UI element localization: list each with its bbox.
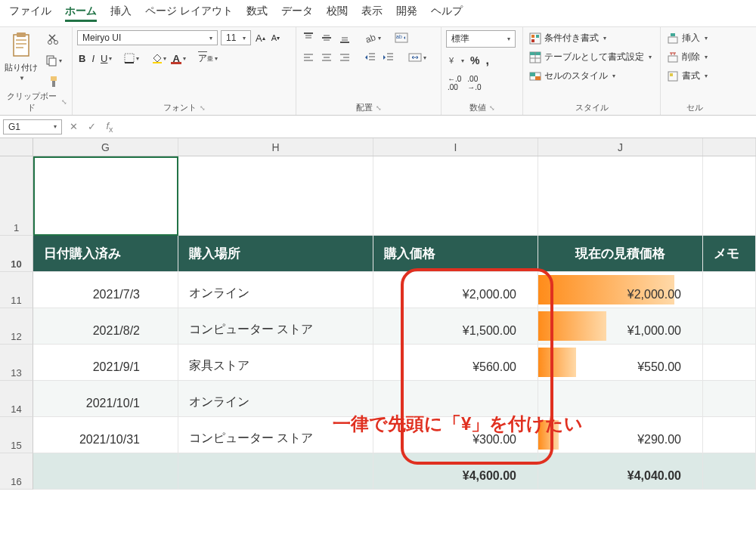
cell-h16[interactable] [178, 453, 373, 490]
cell-k15[interactable] [703, 417, 756, 453]
number-launcher[interactable]: ⤡ [489, 104, 495, 112]
align-top-button[interactable] [301, 30, 316, 45]
row-header-12[interactable]: 12 [0, 308, 33, 345]
cell-i16-total[interactable]: ¥4,600.00 [373, 453, 538, 490]
cell-j12[interactable]: ¥1,000.00 [538, 308, 703, 345]
row-header-1[interactable]: 1 [0, 156, 33, 236]
menu-home[interactable]: ホーム [65, 5, 97, 22]
decrease-decimal-button[interactable]: .00→.0 [466, 73, 482, 93]
fx-button[interactable]: fx [103, 120, 116, 134]
paste-button[interactable] [8, 30, 35, 60]
cell-j1[interactable] [538, 156, 703, 236]
insert-cells-button[interactable]: 挿入▾ [665, 30, 709, 46]
align-launcher[interactable]: ⤡ [376, 104, 382, 112]
menu-view[interactable]: 表示 [361, 5, 383, 22]
worksheet-grid[interactable]: G H I J 1 10 日付購入済み 購入場所 購入価格 現在の見積価格 メモ… [0, 138, 756, 544]
menu-review[interactable]: 校閲 [327, 5, 348, 22]
paste-dropdown[interactable]: ▼ [19, 75, 25, 82]
menu-pagelayout[interactable]: ページ レイアウト [145, 5, 233, 22]
cell-i13[interactable]: ¥560.00 [373, 345, 538, 381]
format-painter-button[interactable] [46, 74, 61, 89]
enter-formula-button[interactable]: ✓ [85, 121, 98, 132]
copy-button[interactable]: ▾ [44, 53, 64, 68]
border-button[interactable]: ▾ [122, 51, 141, 65]
accounting-format-button[interactable]: ¥▾ [446, 53, 466, 68]
row-header-11[interactable]: 11 [0, 272, 33, 308]
menu-help[interactable]: ヘルプ [431, 5, 463, 22]
cut-button[interactable] [46, 32, 61, 47]
cell-g11[interactable]: 2021/7/3 [33, 272, 178, 308]
phonetic-button[interactable]: ア亜▾ [197, 50, 219, 66]
cell-g1[interactable] [33, 156, 178, 236]
align-right-button[interactable] [337, 50, 352, 65]
table-format-button[interactable]: テーブルとして書式設定▾ [528, 49, 653, 65]
col-header-h[interactable]: H [178, 138, 373, 156]
cell-k1[interactable] [703, 156, 756, 236]
cell-i1[interactable] [373, 156, 538, 236]
align-left-button[interactable] [301, 50, 316, 65]
underline-button[interactable]: U▾ [99, 51, 113, 66]
row-header-16[interactable]: 16 [0, 453, 33, 490]
cell-k11[interactable] [703, 272, 756, 308]
clipboard-launcher[interactable]: ⤡ [61, 98, 67, 106]
header-place[interactable]: 購入場所 [178, 236, 373, 272]
cell-j16-total[interactable]: ¥4,040.00 [538, 453, 703, 490]
font-launcher[interactable]: ⤡ [200, 104, 206, 112]
cell-h13[interactable]: 家具ストア [178, 345, 373, 381]
decrease-indent-button[interactable] [363, 50, 378, 65]
formula-input[interactable] [121, 120, 753, 134]
menu-developer[interactable]: 開発 [396, 5, 417, 22]
header-date[interactable]: 日付購入済み [33, 236, 178, 272]
cell-g16[interactable] [33, 453, 178, 490]
percent-button[interactable]: % [469, 53, 481, 68]
cell-k13[interactable] [703, 345, 756, 381]
cell-k16[interactable] [703, 453, 756, 490]
col-header-j[interactable]: J [538, 138, 703, 156]
orientation-button[interactable]: ab▾ [363, 30, 383, 45]
cell-j13[interactable]: ¥550.00 [538, 345, 703, 381]
cell-g15[interactable]: 2021/10/31 [33, 417, 178, 453]
cell-h1[interactable] [178, 156, 373, 236]
cell-i12[interactable]: ¥1,500.00 [373, 308, 538, 345]
cell-h11[interactable]: オンライン [178, 272, 373, 308]
cell-h12[interactable]: コンピューター ストア [178, 308, 373, 345]
increase-indent-button[interactable] [381, 50, 396, 65]
row-header-10[interactable]: 10 [0, 236, 33, 272]
col-header-g[interactable]: G [33, 138, 178, 156]
header-price[interactable]: 購入価格 [373, 236, 538, 272]
fill-color-button[interactable]: ▾ [150, 51, 168, 65]
name-box[interactable]: G1▾ [3, 119, 62, 134]
menu-insert[interactable]: 挿入 [110, 5, 132, 22]
header-estimate[interactable]: 現在の見積価格 [538, 236, 703, 272]
increase-decimal-button[interactable]: ←.0.00 [446, 73, 463, 93]
cell-k14[interactable] [703, 381, 756, 417]
italic-button[interactable]: I [90, 51, 96, 66]
merge-button[interactable]: ▾ [407, 50, 428, 65]
conditional-format-button[interactable]: 条件付き書式▾ [528, 30, 608, 46]
font-color-button[interactable]: A▾ [171, 50, 187, 66]
menu-formulas[interactable]: 数式 [246, 5, 268, 22]
cell-g13[interactable]: 2021/9/1 [33, 345, 178, 381]
bold-button[interactable]: B [77, 51, 87, 66]
number-format-select[interactable]: 標準▾ [446, 30, 516, 48]
align-bottom-button[interactable] [337, 30, 352, 45]
cancel-formula-button[interactable]: ✕ [67, 121, 80, 132]
menu-file[interactable]: ファイル [9, 5, 51, 22]
cell-styles-button[interactable]: セルのスタイル▾ [528, 68, 617, 84]
col-header-i[interactable]: I [373, 138, 538, 156]
header-memo[interactable]: メモ [703, 236, 756, 272]
cell-j11[interactable]: ¥2,000.00 [538, 272, 703, 308]
decrease-font-button[interactable]: A▾ [270, 32, 281, 44]
font-name-select[interactable]: Meiryo UI▾ [77, 30, 218, 45]
align-center-button[interactable] [319, 50, 334, 65]
wrap-text-button[interactable]: ab [393, 30, 410, 45]
format-cells-button[interactable]: 書式▾ [665, 68, 709, 84]
col-header-k[interactable] [703, 138, 756, 156]
cell-g14[interactable]: 2021/10/1 [33, 381, 178, 417]
row-header-13[interactable]: 13 [0, 345, 33, 381]
increase-font-button[interactable]: A▴ [254, 31, 267, 45]
comma-button[interactable]: , [484, 52, 490, 69]
align-middle-button[interactable] [319, 30, 334, 45]
select-all-corner[interactable] [0, 138, 33, 156]
cell-k12[interactable] [703, 308, 756, 345]
